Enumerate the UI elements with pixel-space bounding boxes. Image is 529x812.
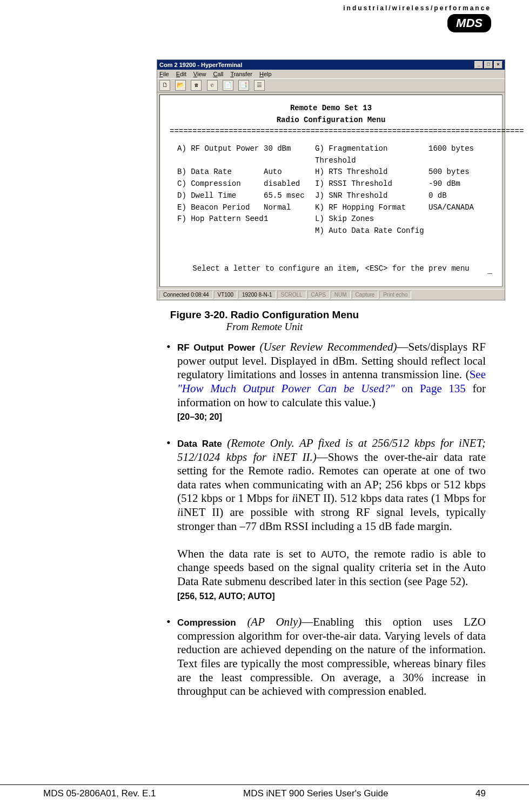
page-footer: MDS 05-2806A01, Rev. E.1 MDS iNET 900 Se…	[0, 784, 529, 799]
dr-range: [256, 512, AUTO; AUTO]	[177, 592, 275, 601]
link-quote[interactable]: "How Much Output Power Can be Used?"	[177, 382, 395, 395]
menu-edit[interactable]: Edit	[176, 71, 186, 77]
opt-j-value: 0 dB	[428, 190, 447, 202]
close-icon[interactable]: ×	[494, 61, 503, 69]
body-content: RF Output Power (User Review Recommended…	[166, 340, 486, 699]
window-titlebar: Com 2 19200 - HyperTerminal _ □ ×	[157, 60, 505, 70]
opt-c-label: C) Compression	[177, 178, 264, 190]
menubar: File Edit View Call Transfer Help	[157, 70, 505, 78]
prompt: Select a letter to configure an item, <E…	[170, 263, 492, 275]
opt-d-label: D) Dwell Time	[177, 190, 264, 202]
tool-send-icon[interactable]: 📄	[223, 80, 233, 91]
config-row: C) Compression disabled I) RSSI Threshol…	[177, 178, 492, 190]
opt-e-label: E) Beacon Period	[177, 202, 264, 214]
opt-h-value: 500 bytes	[428, 166, 470, 178]
status-scroll: SCROLL	[277, 291, 306, 299]
figure-subcaption: From Remote Unit	[43, 321, 486, 333]
bullet-compression: Compression (AP Only)—Enabling this opti…	[166, 615, 486, 699]
dr-para2a: When the data rate is set to	[177, 547, 321, 560]
status-emulation: VT100	[214, 291, 237, 299]
window-title: Com 2 19200 - HyperTerminal	[159, 62, 242, 68]
minimize-icon[interactable]: _	[474, 61, 483, 69]
menu-view[interactable]: View	[193, 71, 206, 77]
dr-inet-2: iNET II) are possible with strong RF sig…	[177, 506, 486, 533]
opt-i-value: -90 dBm	[428, 178, 460, 190]
qual-comp: (AP Only)	[236, 615, 302, 628]
tool-hangup-icon[interactable]: ✆	[207, 80, 218, 91]
status-caps: CAPS	[307, 291, 330, 299]
opt-g-value: 1600 bytes	[428, 143, 474, 166]
status-settings: 19200 8-N-1	[238, 291, 276, 299]
terminal-screen[interactable]: Remote Demo Set 13 Radio Configuration M…	[159, 95, 503, 287]
tool-new-icon[interactable]: 🗋	[159, 80, 170, 91]
auto-label: AUTO	[321, 549, 346, 560]
status-capture: Capture	[352, 291, 379, 299]
page-header: industrial/wireless/performance MDS	[43, 4, 491, 32]
term-rf: RF Output Power	[177, 343, 255, 353]
logo: MDS	[447, 14, 491, 32]
screen-title-2: Radio Configuration Menu	[170, 115, 492, 126]
status-num: NUM	[331, 291, 351, 299]
config-row: D) Dwell Time 65.5 msec J) SNR Threshold…	[177, 190, 492, 202]
tool-props-icon[interactable]: ☰	[254, 80, 265, 91]
screen-title-1: Remote Demo Set 13	[170, 103, 492, 115]
figure-caption: Figure 3-20. Radio Configuration Menu	[43, 309, 486, 321]
divider: ========================================…	[170, 126, 492, 138]
opt-b-value: Auto	[264, 166, 315, 178]
opt-b-label: B) Data Rate	[177, 166, 264, 178]
term-comp: Compression	[177, 618, 236, 628]
maximize-icon[interactable]: □	[484, 61, 493, 69]
menu-file[interactable]: File	[159, 71, 169, 77]
bullet-data-rate: Data Rate (Remote Only. AP fixed is at 2…	[166, 437, 486, 602]
window-buttons: _ □ ×	[474, 61, 503, 69]
cursor-icon: _	[488, 265, 492, 277]
opt-k-value: USA/CANADA	[428, 202, 474, 214]
config-row: B) Data Rate Auto H) RTS Threshold 500 b…	[177, 166, 492, 178]
opt-k-label: K) RF Hopping Format	[315, 202, 428, 214]
footer-center: MDS iNET 900 Series User's Guide	[243, 788, 388, 799]
menu-call[interactable]: Call	[213, 71, 224, 77]
rf-range: [20–30; 20]	[177, 412, 222, 421]
link-see[interactable]: See	[470, 368, 486, 381]
config-row: E) Beacon Period Normal K) RF Hopping Fo…	[177, 202, 492, 214]
footer-right: 49	[476, 788, 486, 799]
status-print: Print echo	[379, 291, 411, 299]
opt-l-label: L) Skip Zones	[315, 213, 428, 225]
tool-recv-icon[interactable]: 📑	[238, 80, 249, 91]
bullet-rf-output-power: RF Output Power (User Review Recommended…	[166, 340, 486, 424]
menu-help[interactable]: Help	[259, 71, 272, 77]
link-page[interactable]: on Page 135	[395, 382, 466, 395]
opt-d-value: 65.5 msec	[264, 190, 315, 202]
menu-transfer[interactable]: Transfer	[230, 71, 252, 77]
footer-left: MDS 05-2806A01, Rev. E.1	[43, 788, 156, 799]
opt-c-value: disabled	[264, 178, 315, 190]
hyperterminal-window: Com 2 19200 - HyperTerminal _ □ × File E…	[157, 59, 505, 300]
dr-inet-1: iNET II). 512 kbps data rates (1 Mbps fo…	[295, 492, 486, 505]
opt-f-label: F) Hop Pattern Seed	[177, 213, 264, 225]
config-row: F) Hop Pattern Seed 1 L) Skip Zones	[177, 213, 492, 225]
config-row: M) Auto Data Rate Config	[177, 225, 492, 237]
tool-call-icon[interactable]: ☎	[191, 80, 202, 91]
opt-a-label: A) RF Output Power	[177, 143, 264, 166]
opt-h-label: H) RTS Threshold	[315, 166, 428, 178]
opt-f-value: 1	[264, 213, 315, 225]
toolbar: 🗋 📂 ☎ ✆ 📄 📑 ☰	[157, 78, 505, 92]
qual-rf: (User Review Recommended)	[255, 340, 397, 353]
page: industrial/wireless/performance MDS Com …	[0, 0, 529, 812]
opt-j-label: J) SNR Threshold	[315, 190, 428, 202]
statusbar: Connected 0:08:44 VT100 19200 8-N-1 SCRO…	[157, 289, 505, 300]
opt-i-label: I) RSSI Threshold	[315, 178, 428, 190]
opt-a-value: 30 dBm	[264, 143, 315, 166]
opt-m-label: M) Auto Data Rate Config	[315, 225, 428, 237]
opt-g-label: G) Fragmentation Threshold	[315, 143, 428, 166]
config-row: A) RF Output Power 30 dBm G) Fragmentati…	[177, 143, 492, 166]
opt-e-value: Normal	[264, 202, 315, 214]
tagline: industrial/wireless/performance	[43, 4, 491, 12]
tool-open-icon[interactable]: 📂	[175, 80, 186, 91]
term-dr: Data Rate	[177, 439, 222, 449]
status-connected: Connected 0:08:44	[159, 291, 213, 299]
